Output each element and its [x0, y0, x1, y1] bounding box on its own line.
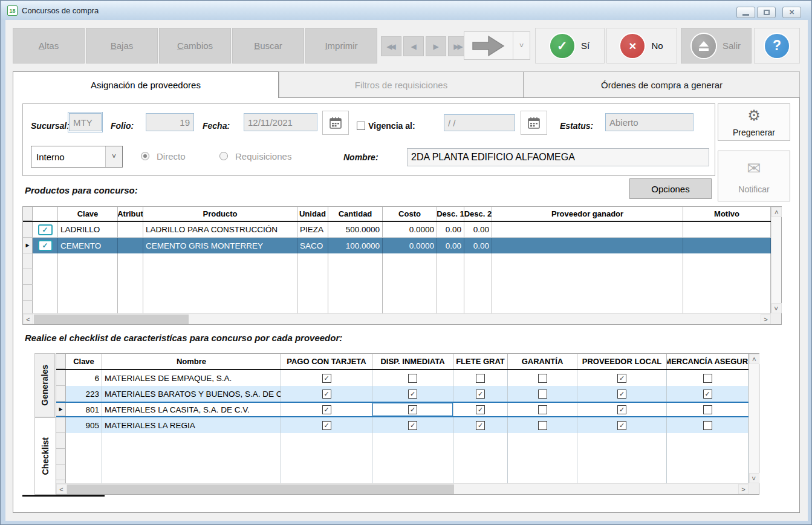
maximize-button[interactable] — [757, 7, 776, 18]
cell-desc2[interactable]: 0.00 — [464, 222, 492, 238]
checklist-checkbox[interactable]: ✓ — [322, 405, 331, 414]
cell-cantidad[interactable]: 500.0000 — [328, 222, 383, 238]
cell-check-4[interactable]: ✓ — [577, 403, 667, 416]
vigencia-input[interactable] — [444, 114, 515, 131]
nav-first-button[interactable]: ◀◀ — [381, 36, 401, 56]
minimize-button[interactable] — [736, 7, 755, 18]
cell-check-2[interactable]: ✓ — [453, 386, 508, 402]
cell-atributo[interactable] — [118, 222, 143, 238]
cell-check-1[interactable]: ✓ — [372, 386, 453, 402]
cell-desc2[interactable]: 0.00 — [464, 238, 492, 253]
cell-check-5[interactable] — [667, 370, 749, 386]
scrollbar-thumb[interactable] — [67, 484, 454, 494]
cell-proveedor_ganador[interactable] — [492, 222, 683, 238]
cell-proveedor_ganador[interactable] — [492, 238, 683, 253]
cell-desc1[interactable]: 0.00 — [437, 238, 464, 253]
cell-check-3[interactable] — [508, 386, 577, 402]
checklist-checkbox[interactable]: ✓ — [408, 390, 417, 399]
checklist-checkbox[interactable] — [408, 374, 417, 383]
checklist-checkbox[interactable]: ✓ — [322, 374, 331, 383]
cell-check-5[interactable] — [667, 403, 749, 416]
checklist-checkbox[interactable]: ✓ — [617, 405, 626, 414]
exit-button[interactable]: Salir — [681, 28, 752, 64]
yes-button[interactable]: ✓ Sí — [535, 28, 605, 64]
cell-clave[interactable]: CEMENTO — [58, 238, 118, 253]
cell-motivo[interactable] — [683, 238, 771, 253]
radio-requisiciones[interactable] — [219, 152, 228, 160]
checklist-checkbox[interactable] — [538, 405, 547, 414]
checklist-checkbox[interactable]: ✓ — [476, 390, 485, 399]
checklist-checkbox[interactable]: ✓ — [617, 390, 626, 399]
cell-nombre[interactable]: MATERIALES LA REGIA — [102, 417, 281, 433]
checklist-checkbox[interactable]: ✓ — [703, 390, 712, 399]
execute-dropdown-button[interactable]: ˅ — [513, 32, 530, 59]
checklist-checkbox[interactable] — [476, 374, 485, 383]
scroll-right-button[interactable]: > — [761, 314, 771, 324]
cell-check-2[interactable]: ✓ — [453, 403, 508, 416]
scroll-left-button[interactable]: < — [56, 484, 67, 494]
cell-check-0[interactable]: ✓ — [281, 370, 372, 386]
cell-check-0[interactable]: ✓ — [281, 386, 372, 402]
bajas-button[interactable]: Bajas — [86, 28, 158, 64]
tab-3[interactable]: Órdenes de compra a generar — [524, 71, 800, 98]
products-row[interactable]: ✓LADRILLOLADRILLO PARA CONSTRUCCIÓNPIEZA… — [23, 222, 771, 238]
pregenerar-button[interactable]: ⚙ Pregenerar — [718, 103, 790, 141]
checklist-checkbox[interactable]: ✓ — [617, 374, 626, 383]
side-tab-generales[interactable]: Generales — [34, 353, 55, 417]
cell-check-3[interactable] — [508, 370, 577, 386]
side-tab-checklist[interactable]: Checklist — [34, 417, 56, 495]
checklist-checkbox[interactable]: ✓ — [617, 421, 626, 430]
cell-clave[interactable]: LADRILLO — [58, 222, 118, 238]
execute-split-button[interactable]: ˅ — [464, 31, 530, 60]
cell-check-2[interactable] — [453, 370, 508, 386]
checklist-row[interactable]: 223MATERIALES BARATOS Y BUENOS, S.A. DE … — [56, 386, 749, 402]
execute-button[interactable] — [464, 32, 513, 59]
scroll-right-button[interactable]: > — [738, 484, 749, 494]
checklist-checkbox[interactable] — [703, 405, 712, 414]
cell-clave[interactable]: 223 — [66, 386, 102, 402]
cell-cantidad[interactable]: 100.0000 — [328, 238, 383, 253]
checklist-checkbox[interactable] — [538, 374, 547, 383]
sucursal-input[interactable] — [69, 113, 102, 131]
scrollbar-thumb[interactable] — [34, 315, 189, 324]
imprimir-button[interactable]: Imprimir — [305, 28, 377, 64]
vigencia-calendar-button[interactable] — [521, 111, 547, 135]
buscar-button[interactable]: Buscar — [232, 28, 304, 64]
cell-costo[interactable]: 0.0000 — [383, 238, 437, 253]
cell-check-3[interactable] — [508, 417, 577, 433]
vigencia-checkbox[interactable] — [357, 122, 365, 130]
cell-atributo[interactable] — [118, 238, 143, 253]
checklist-row[interactable]: 905MATERIALES LA REGIA✓✓✓✓ — [56, 417, 749, 433]
cell-clave[interactable]: 6 — [66, 370, 102, 386]
checklist-checkbox[interactable] — [703, 421, 712, 430]
tipo-select[interactable]: Interno ˅ — [31, 146, 123, 168]
tab-2[interactable]: Filtros de requisiciones — [279, 71, 524, 98]
close-button[interactable]: ✕ — [782, 7, 801, 18]
cell-producto[interactable]: CEMENTO GRIS MONTERREY — [143, 238, 297, 253]
notificar-button[interactable]: ✉ Notificar — [718, 151, 790, 201]
cell-clave[interactable]: 801 — [66, 403, 102, 416]
cell-check-5[interactable] — [667, 417, 749, 433]
cell-unidad[interactable]: SACO — [297, 238, 328, 253]
cell-check-1[interactable] — [372, 370, 453, 386]
cell-unidad[interactable]: PIEZA — [297, 222, 328, 238]
checklist-checkbox[interactable]: ✓ — [476, 405, 485, 414]
radio-directo[interactable] — [141, 152, 149, 160]
cell-check-1[interactable]: ✓ — [372, 417, 453, 433]
cell-check-4[interactable]: ✓ — [577, 370, 667, 386]
cell-check[interactable]: ✓ — [33, 238, 58, 253]
products-row[interactable]: ▶✓CEMENTOCEMENTO GRIS MONTERREYSACO100.0… — [23, 238, 771, 253]
tab-1[interactable]: Asignación de proveedores — [13, 71, 279, 98]
fecha-input[interactable] — [244, 113, 317, 131]
no-button[interactable]: × No — [606, 28, 677, 64]
cambios-button[interactable]: Cambios — [159, 28, 231, 64]
cell-motivo[interactable] — [683, 222, 771, 238]
checklist-checkbox[interactable] — [538, 421, 547, 430]
checklist-checkbox[interactable]: ✓ — [408, 421, 417, 430]
cell-nombre[interactable]: MATERIALES BARATOS Y BUENOS, S.A. DE C.V — [102, 386, 281, 402]
product-checkbox[interactable]: ✓ — [38, 224, 53, 235]
nav-next-button[interactable]: ▶ — [426, 36, 446, 56]
cell-check-0[interactable]: ✓ — [281, 417, 372, 433]
cell-nombre[interactable]: MATERIALES LA CASITA, S.A. DE C.V. — [102, 403, 281, 416]
cell-costo[interactable]: 0.0000 — [383, 222, 437, 238]
